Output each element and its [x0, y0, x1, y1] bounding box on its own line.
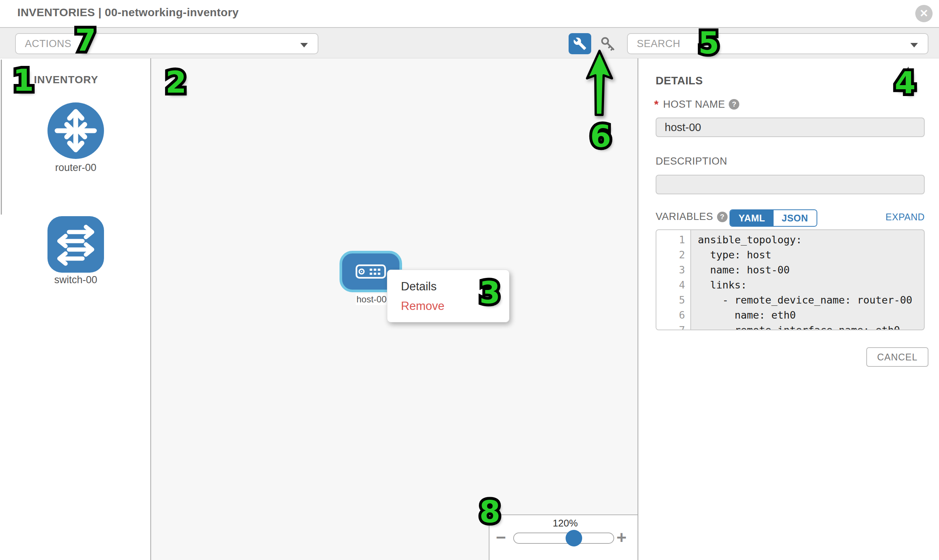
editor-line: 1 ansible_topology:: [657, 232, 924, 248]
router-icon: [48, 102, 104, 159]
chevron-down-icon: [300, 43, 308, 48]
yaml-toggle-button[interactable]: YAML: [730, 210, 774, 226]
json-toggle-button[interactable]: JSON: [774, 210, 817, 226]
details-panel-title: DETAILS: [656, 75, 703, 87]
zoom-slider-thumb[interactable]: [566, 530, 582, 546]
palette-item-switch-label: switch-00: [48, 274, 104, 286]
key-icon: [599, 35, 617, 53]
palette-item-router-label: router-00: [48, 162, 104, 174]
help-icon[interactable]: ?: [717, 212, 728, 222]
zoom-out-button[interactable]: −: [496, 527, 506, 548]
variables-editor[interactable]: 1 ansible_topology: 2 type: host 3 name:…: [656, 229, 925, 330]
actions-dropdown[interactable]: ACTIONS: [15, 33, 318, 54]
editor-line: 4 links:: [657, 278, 924, 292]
tools-button[interactable]: [569, 33, 591, 54]
editor-line: 5 - remote_device_name: router-00: [657, 292, 924, 308]
variables-format-toggle: YAML JSON: [729, 209, 817, 227]
close-icon[interactable]: ✕: [915, 5, 933, 22]
host-node-label: host-00: [356, 294, 387, 305]
search-dropdown[interactable]: SEARCH: [627, 33, 928, 54]
key-button[interactable]: [599, 35, 617, 53]
palette-item-router[interactable]: [48, 102, 104, 159]
zoom-level-value: 120%: [543, 517, 588, 529]
wrench-icon: [573, 37, 587, 51]
search-dropdown-label: SEARCH: [628, 38, 680, 50]
context-menu-item-remove[interactable]: Remove: [401, 296, 509, 316]
variables-label-row: VARIABLES ?: [656, 211, 728, 223]
host-name-label: HOST NAME: [663, 98, 725, 110]
host-name-input[interactable]: [656, 117, 925, 137]
switch-icon: [48, 216, 104, 273]
host-icon: [355, 264, 386, 279]
host-name-label-row: * HOST NAME ?: [654, 98, 739, 111]
context-menu-item-details[interactable]: Details: [401, 277, 509, 296]
page-title: INVENTORIES | 00-networking-inventory: [17, 6, 239, 19]
context-menu: Details Remove: [387, 270, 509, 322]
variables-label: VARIABLES: [656, 211, 713, 223]
help-icon[interactable]: ?: [729, 99, 739, 109]
required-marker: *: [654, 98, 658, 111]
editor-lines: 1 ansible_topology: 2 type: host 3 name:…: [657, 232, 924, 330]
sidebar-scrollbar[interactable]: [1, 60, 2, 215]
palette-item-switch[interactable]: [48, 216, 104, 273]
editor-line: 2 type: host: [657, 248, 924, 263]
description-input[interactable]: [656, 175, 925, 194]
editor-line: 6 name: eth0: [657, 308, 924, 323]
cancel-button[interactable]: CANCEL: [866, 347, 928, 367]
editor-line: 7 remote_interface_name: eth0: [657, 323, 924, 330]
description-label: DESCRIPTION: [656, 155, 727, 167]
expand-link[interactable]: EXPAND: [878, 212, 925, 223]
zoom-in-button[interactable]: +: [617, 527, 627, 548]
zoom-slider[interactable]: [513, 532, 614, 544]
toolbar: ACTIONS SEARCH: [0, 27, 939, 58]
inventory-panel-title: INVENTORY: [34, 74, 117, 86]
actions-dropdown-label: ACTIONS: [16, 38, 72, 50]
chevron-down-icon: [910, 43, 918, 48]
editor-line: 3 name: host-00: [657, 263, 924, 278]
description-label-row: DESCRIPTION: [656, 155, 727, 167]
